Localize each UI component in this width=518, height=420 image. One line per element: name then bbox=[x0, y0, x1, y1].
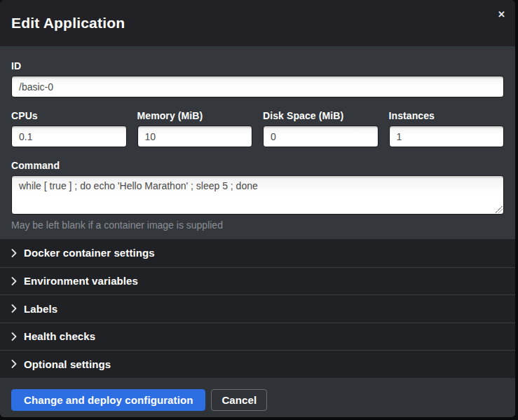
section-label: Environment variables bbox=[24, 275, 138, 287]
modal-header: Edit Application ✕ bbox=[0, 0, 515, 46]
collapsible-sections: Docker container settings Environment va… bbox=[0, 239, 515, 378]
section-label: Labels bbox=[24, 303, 57, 315]
cpus-label: CPUs bbox=[11, 110, 127, 121]
cpus-field-group: CPUs bbox=[11, 110, 127, 147]
close-icon[interactable]: ✕ bbox=[498, 10, 505, 19]
chevron-right-icon bbox=[11, 332, 17, 341]
instances-field-group: Instances bbox=[389, 110, 505, 147]
disk-label: Disk Space (MiB) bbox=[263, 110, 379, 121]
section-environment-variables[interactable]: Environment variables bbox=[0, 267, 515, 295]
change-and-deploy-button[interactable]: Change and deploy configuration bbox=[11, 389, 205, 411]
section-label: Docker container settings bbox=[24, 247, 155, 259]
application-form: ID CPUs Memory (MiB) Disk Space (MiB) In… bbox=[0, 46, 515, 239]
id-input[interactable] bbox=[11, 76, 504, 97]
memory-field-group: Memory (MiB) bbox=[137, 110, 253, 147]
chevron-right-icon bbox=[11, 360, 17, 368]
section-health-checks[interactable]: Health checks bbox=[0, 323, 515, 351]
modal-footer: Change and deploy configuration Cancel bbox=[0, 378, 515, 418]
id-field-group: ID bbox=[11, 60, 504, 97]
resource-fields-row: CPUs Memory (MiB) Disk Space (MiB) Insta… bbox=[11, 110, 504, 147]
command-help-text: May be left blank if a container image i… bbox=[11, 219, 504, 231]
command-label: Command bbox=[11, 160, 504, 171]
disk-field-group: Disk Space (MiB) bbox=[263, 110, 379, 147]
cancel-button[interactable]: Cancel bbox=[211, 389, 267, 411]
section-label: Optional settings bbox=[24, 358, 111, 370]
memory-input[interactable] bbox=[137, 126, 253, 147]
command-textarea[interactable]: while [ true ] ; do echo 'Hello Marathon… bbox=[11, 175, 504, 215]
command-textarea-wrap: while [ true ] ; do echo 'Hello Marathon… bbox=[11, 175, 504, 215]
cpus-input[interactable] bbox=[11, 126, 127, 147]
id-label: ID bbox=[11, 60, 504, 72]
instances-input[interactable] bbox=[389, 126, 505, 147]
section-labels[interactable]: Labels bbox=[0, 294, 515, 323]
chevron-right-icon bbox=[11, 249, 17, 257]
section-optional-settings[interactable]: Optional settings bbox=[0, 350, 515, 378]
instances-label: Instances bbox=[389, 110, 505, 121]
chevron-right-icon bbox=[11, 304, 17, 313]
edit-application-modal: Edit Application ✕ ID CPUs Memory (MiB) … bbox=[0, 0, 515, 417]
disk-input[interactable] bbox=[263, 126, 379, 147]
section-label: Health checks bbox=[24, 330, 95, 342]
memory-label: Memory (MiB) bbox=[137, 110, 253, 121]
modal-title: Edit Application bbox=[11, 15, 125, 32]
command-field-group: Command while [ true ] ; do echo 'Hello … bbox=[11, 160, 504, 231]
chevron-right-icon bbox=[11, 277, 17, 285]
section-docker-container-settings[interactable]: Docker container settings bbox=[0, 239, 515, 267]
